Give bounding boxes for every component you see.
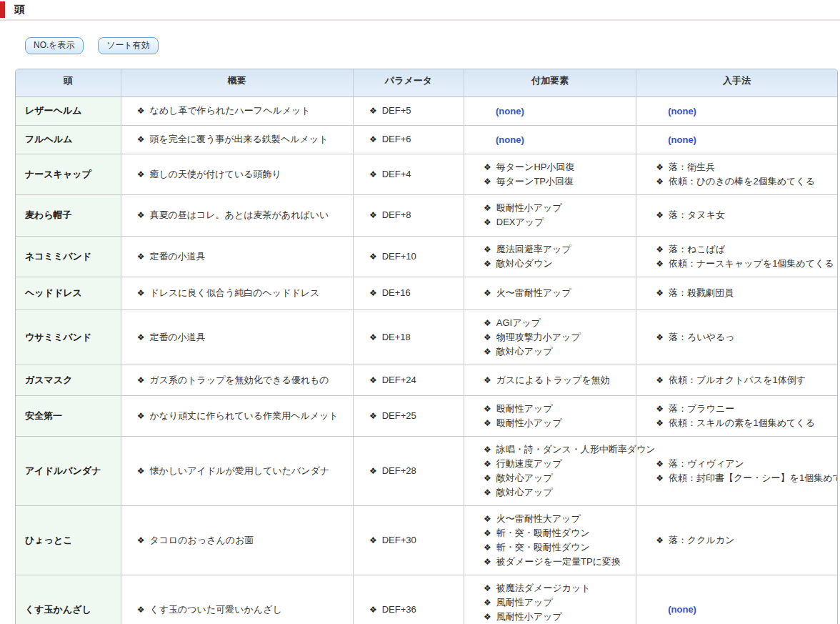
diamond-bullet-icon: ❖ bbox=[656, 209, 664, 222]
extras-cell-list: ❖殴耐性小アップ❖DEXアップ bbox=[484, 201, 630, 229]
list-item-text: 落：ねこばば bbox=[669, 244, 725, 254]
list-item: ❖依頼：ナースキャップを1個集めてくる bbox=[656, 257, 831, 271]
list-item-text: 被ダメージを一定量TPに変換 bbox=[496, 556, 621, 567]
equipment-table-wrap: 頭 概要 パラメータ 付加要素 入手法 レザーヘルム❖なめし革で作られたハーフヘ… bbox=[15, 69, 838, 624]
params-cell: ❖DEF+30 bbox=[353, 505, 464, 575]
obtain-cell: ❖落：ブラウニー❖依頼：スキルの素を1個集めてくる bbox=[636, 395, 837, 436]
list-item-text: 被魔法ダメージカット bbox=[496, 583, 591, 593]
list-item: ❖殴耐性アップ bbox=[484, 402, 630, 416]
item-name-cell: ガスマスク bbox=[16, 365, 121, 395]
summary-cell-list: ❖定番の小道具 bbox=[137, 249, 347, 264]
diamond-bullet-icon: ❖ bbox=[484, 331, 491, 345]
list-item: ❖風耐性アップ bbox=[484, 595, 630, 610]
column-header-name[interactable]: 頭 bbox=[16, 69, 121, 96]
list-item: ❖落：ヴィヴィアン bbox=[656, 457, 831, 471]
table-row: ひょっとこ❖タコロのおっさんのお面❖DEF+30❖火〜雷耐性大アップ❖斬・突・殴… bbox=[16, 505, 837, 575]
diamond-bullet-icon: ❖ bbox=[484, 374, 491, 387]
list-item-text: 落：ヴィヴィアン bbox=[669, 458, 744, 469]
column-header-params[interactable]: パラメータ bbox=[353, 69, 464, 96]
none-value: (none) bbox=[668, 604, 696, 615]
summary-cell-list: ❖真夏の昼はコレ。あとは麦茶があればいい bbox=[137, 208, 347, 222]
list-item: ❖くす玉のついた可愛いかんざし bbox=[137, 603, 347, 617]
list-item-text: 毎ターンHP小回復 bbox=[496, 162, 575, 172]
extras-cell: ❖魔法回避率アップ❖敵対心ダウン bbox=[464, 236, 636, 277]
list-item-text: 斬・突・殴耐性ダウン bbox=[496, 542, 590, 553]
diamond-bullet-icon: ❖ bbox=[484, 582, 491, 595]
item-name-cell: ひょっとこ bbox=[16, 505, 121, 575]
list-item-text: タコロのおっさんのお面 bbox=[149, 535, 254, 545]
list-item: ❖ガスによるトラップを無効 bbox=[484, 373, 630, 387]
table-row: フルヘルム❖頭を完全に覆う事が出来る鉄製ヘルメット❖DEF+6(none)(no… bbox=[16, 125, 837, 154]
diamond-bullet-icon: ❖ bbox=[484, 443, 491, 457]
diamond-bullet-icon: ❖ bbox=[137, 104, 145, 118]
extras-cell-list: ❖殴耐性アップ❖殴耐性小アップ bbox=[484, 402, 630, 430]
list-item-text: くす玉のついた可愛いかんざし bbox=[149, 604, 281, 615]
summary-cell: ❖真夏の昼はコレ。あとは麦茶があればいい bbox=[121, 194, 353, 236]
list-item: ❖依頼：封印書【クー・シー】を1個集めてくる bbox=[656, 471, 831, 485]
list-item-text: 行動速度アップ bbox=[496, 458, 562, 469]
list-item: ❖敵対心ダウン bbox=[484, 257, 630, 271]
item-name-cell: ナースキャップ bbox=[16, 154, 121, 194]
diamond-bullet-icon: ❖ bbox=[656, 257, 664, 271]
list-item: ❖殴耐性小アップ bbox=[484, 416, 630, 430]
none-value: (none) bbox=[668, 106, 696, 117]
diamond-bullet-icon: ❖ bbox=[484, 486, 491, 500]
column-header-summary[interactable]: 概要 bbox=[121, 69, 353, 96]
params-cell: ❖DE+18 bbox=[353, 309, 464, 365]
sort-toggle-button[interactable]: ソート有効 bbox=[98, 37, 159, 54]
list-item: ❖斬・突・殴耐性ダウン bbox=[484, 526, 630, 540]
summary-cell: ❖かなり頑丈に作られている作業用ヘルメット bbox=[121, 395, 353, 436]
summary-cell: ❖懐かしいアイドルが愛用していたバンダナ bbox=[121, 436, 353, 505]
diamond-bullet-icon: ❖ bbox=[137, 410, 145, 423]
show-number-button[interactable]: NO.を表示 bbox=[25, 37, 84, 54]
summary-cell: ❖定番の小道具 bbox=[121, 236, 353, 277]
obtain-cell: ❖依頼：ブルオクトパスを1体倒す bbox=[636, 365, 837, 395]
diamond-bullet-icon: ❖ bbox=[656, 161, 664, 174]
list-item-text: 依頼：封印書【クー・シー】を1個集めてくる bbox=[669, 472, 838, 483]
list-item: ❖ドレスに良く似合う純白のヘッドドレス bbox=[137, 286, 347, 300]
list-item-text: DEXアップ bbox=[496, 217, 544, 227]
diamond-bullet-icon: ❖ bbox=[369, 603, 377, 617]
item-name-cell: 麦わら帽子 bbox=[16, 194, 121, 236]
obtain-cell: (none) bbox=[636, 96, 837, 125]
table-row: ウサミミバンド❖定番の小道具❖DE+18❖AGIアップ❖物理攻撃力小アップ❖敵対… bbox=[16, 309, 837, 365]
diamond-bullet-icon: ❖ bbox=[484, 216, 491, 229]
summary-cell: ❖なめし革で作られたハーフヘルメット bbox=[121, 96, 353, 125]
diamond-bullet-icon: ❖ bbox=[484, 402, 491, 416]
item-name-cell: ヘッドドレス bbox=[16, 277, 121, 309]
list-item-text: 殴耐性小アップ bbox=[496, 202, 562, 213]
obtain-cell-list: ❖落：ろいやるっ bbox=[656, 330, 831, 345]
extras-cell: ❖詠唱・詩・ダンス・人形中断率ダウン❖行動速度アップ❖敵対心アップ❖敵対心アップ bbox=[464, 436, 636, 505]
summary-cell-list: ❖かなり頑丈に作られている作業用ヘルメット bbox=[137, 409, 347, 423]
list-item: ❖殴耐性小アップ bbox=[484, 201, 630, 215]
list-item-text: 敵対心ダウン bbox=[496, 258, 553, 269]
column-header-obtain[interactable]: 入手法 bbox=[636, 69, 837, 96]
diamond-bullet-icon: ❖ bbox=[369, 287, 377, 300]
params-cell-list: ❖DEF+25 bbox=[369, 409, 458, 423]
extras-cell-list: ❖毎ターンHP小回復❖毎ターンTP小回復 bbox=[484, 160, 630, 189]
toolbar: NO.を表示 ソート有効 bbox=[25, 37, 840, 54]
table-head: 頭 概要 パラメータ 付加要素 入手法 bbox=[16, 69, 837, 96]
diamond-bullet-icon: ❖ bbox=[484, 457, 491, 471]
diamond-bullet-icon: ❖ bbox=[656, 175, 664, 189]
summary-cell-list: ❖癒しの天使が付けている頭飾り bbox=[137, 167, 347, 182]
extras-cell-list: ❖ガスによるトラップを無効 bbox=[484, 373, 630, 387]
list-item: ❖落：ろいやるっ bbox=[656, 330, 831, 345]
diamond-bullet-icon: ❖ bbox=[369, 133, 377, 147]
list-item: ❖DEF+28 bbox=[369, 464, 458, 478]
list-item-text: 斬・突・殴耐性ダウン bbox=[496, 528, 590, 538]
list-item: ❖DEF+24 bbox=[369, 373, 458, 387]
list-item: ❖被魔法ダメージカット bbox=[484, 581, 630, 595]
list-item-text: 風耐性アップ bbox=[496, 597, 553, 608]
table-row: 麦わら帽子❖真夏の昼はコレ。あとは麦茶があればいい❖DEF+8❖殴耐性小アップ❖… bbox=[16, 194, 837, 236]
list-item: ❖敵対心アップ bbox=[484, 471, 630, 485]
diamond-bullet-icon: ❖ bbox=[484, 512, 491, 526]
summary-cell-list: ❖ドレスに良く似合う純白のヘッドドレス bbox=[137, 286, 347, 300]
diamond-bullet-icon: ❖ bbox=[484, 243, 491, 257]
column-header-extras[interactable]: 付加要素 bbox=[464, 69, 636, 96]
list-item: ❖毎ターンTP小回復 bbox=[484, 174, 630, 189]
extras-cell-list: ❖火〜雷耐性アップ bbox=[484, 286, 630, 300]
list-item: ❖DEF+25 bbox=[369, 409, 458, 423]
page-title: 頭 bbox=[14, 3, 25, 16]
list-item-text: 懐かしいアイドルが愛用していたバンダナ bbox=[149, 465, 329, 476]
